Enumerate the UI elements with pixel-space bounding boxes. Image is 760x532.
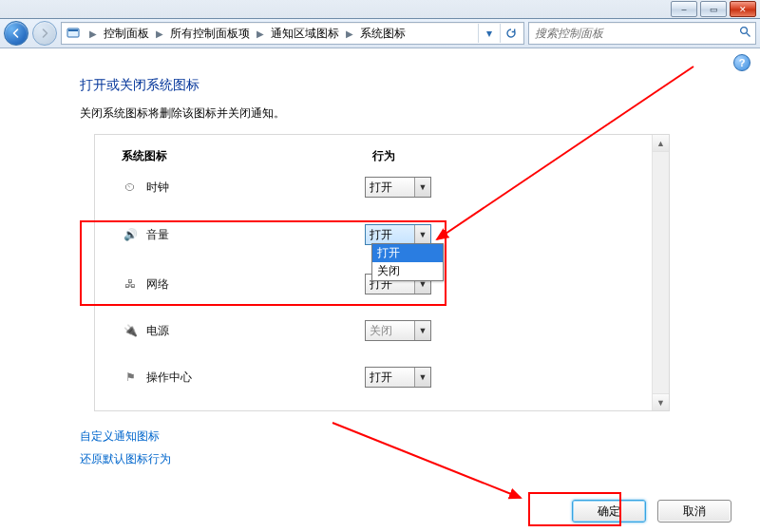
chevron-right-icon: ▶ — [151, 28, 168, 39]
system-icons-panel: 系统图标 行为 ⏲时钟打开▼🔊音量打开▼🖧网络打开▼🔌电源关闭▼⚑操作中心打开▼… — [94, 134, 670, 411]
page-description: 关闭系统图标将删除该图标并关闭通知。 — [80, 105, 285, 122]
back-button[interactable] — [4, 21, 28, 46]
column-header-behavior: 行为 — [372, 148, 395, 164]
breadcrumb-item[interactable]: 所有控制面板项 — [168, 26, 252, 42]
row-label: 电源 — [146, 323, 365, 339]
recent-locations-dropdown[interactable]: ▾ — [478, 24, 500, 43]
row-label: 音量 — [146, 227, 365, 243]
row-label: 操作中心 — [146, 370, 365, 386]
row-label: 网络 — [146, 276, 365, 293]
behavior-dropdown-list[interactable]: 打开 关闭 — [371, 243, 444, 281]
content-area: ? 打开或关闭系统图标 关闭系统图标将删除该图标并关闭通知。 系统图标 行为 ⏲… — [0, 48, 760, 532]
chevron-right-icon: ▶ — [252, 28, 269, 39]
behavior-combo-action[interactable]: 打开▼ — [365, 367, 431, 388]
link-customize-icons[interactable]: 自定义通知图标 — [80, 428, 160, 445]
ok-button[interactable]: 确定 — [572, 500, 646, 522]
volume-icon: 🔊 — [122, 228, 139, 241]
search-icon — [739, 26, 751, 41]
search-input[interactable] — [533, 26, 735, 41]
breadcrumb-item[interactable]: 控制面板 — [102, 26, 151, 42]
chevron-down-icon: ▼ — [414, 321, 430, 340]
page-title: 打开或关闭系统图标 — [80, 77, 200, 94]
behavior-combo-clock[interactable]: 打开▼ — [365, 177, 431, 198]
refresh-button[interactable] — [500, 24, 522, 43]
row-label: 时钟 — [146, 180, 365, 196]
row-volume: 🔊音量打开▼ — [122, 224, 648, 245]
row-clock: ⏲时钟打开▼ — [122, 177, 648, 198]
behavior-combo-volume[interactable]: 打开▼ — [365, 224, 431, 245]
panel-scrollbar[interactable]: ▲ ▼ — [652, 135, 669, 410]
dropdown-option-open[interactable]: 打开 — [372, 244, 443, 262]
cancel-button[interactable]: 取消 — [657, 500, 732, 522]
chevron-right-icon: ▶ — [341, 28, 358, 39]
address-bar[interactable]: ▶ 控制面板 ▶ 所有控制面板项 ▶ 通知区域图标 ▶ 系统图标 ▾ — [61, 22, 524, 45]
svg-rect-1 — [68, 29, 78, 31]
dropdown-option-close[interactable]: 关闭 — [372, 262, 443, 280]
breadcrumb-item[interactable]: 通知区域图标 — [269, 26, 341, 42]
scroll-down-button[interactable]: ▼ — [653, 393, 669, 410]
maximize-button[interactable]: ▭ — [700, 1, 727, 17]
breadcrumb-item[interactable]: 系统图标 — [358, 26, 408, 42]
svg-line-3 — [747, 33, 750, 37]
control-panel-icon — [66, 26, 81, 41]
help-icon[interactable]: ? — [733, 54, 750, 71]
svg-point-2 — [741, 28, 748, 34]
behavior-combo-power: 关闭▼ — [365, 320, 431, 341]
scroll-up-button[interactable]: ▲ — [653, 135, 669, 152]
row-action: ⚑操作中心打开▼ — [122, 367, 648, 388]
power-icon: 🔌 — [122, 324, 139, 337]
close-button[interactable]: ✕ — [730, 1, 756, 17]
network-icon: 🖧 — [122, 277, 139, 291]
row-power: 🔌电源关闭▼ — [122, 320, 648, 341]
chevron-down-icon: ▼ — [414, 368, 430, 387]
action-icon: ⚑ — [122, 370, 139, 384]
window-titlebar: – ▭ ✕ — [0, 0, 760, 19]
column-header-icon: 系统图标 — [122, 148, 167, 164]
navigation-bar: ▶ 控制面板 ▶ 所有控制面板项 ▶ 通知区域图标 ▶ 系统图标 ▾ — [0, 19, 760, 48]
chevron-down-icon: ▼ — [414, 225, 430, 244]
minimize-button[interactable]: – — [671, 1, 697, 17]
chevron-right-icon: ▶ — [85, 28, 102, 39]
clock-icon: ⏲ — [122, 180, 139, 194]
search-box[interactable] — [528, 22, 756, 45]
forward-button[interactable] — [32, 21, 57, 46]
chevron-down-icon: ▼ — [414, 178, 430, 197]
footer-buttons: 确定 取消 — [572, 500, 732, 522]
window-controls: – ▭ ✕ — [671, 1, 756, 17]
link-restore-defaults[interactable]: 还原默认图标行为 — [80, 451, 171, 467]
